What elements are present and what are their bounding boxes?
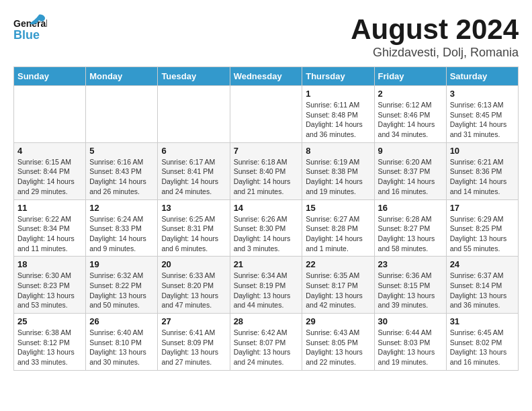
day-number: 27: [161, 316, 226, 326]
day-info: Sunrise: 6:30 AMSunset: 8:23 PMDaylight:…: [17, 271, 82, 310]
day-header-friday: Friday: [374, 67, 446, 86]
svg-text:Blue: Blue: [13, 28, 40, 42]
calendar-cell: 12Sunrise: 6:24 AMSunset: 8:33 PMDayligh…: [86, 199, 158, 257]
calendar-cell: 10Sunrise: 6:21 AMSunset: 8:36 PMDayligh…: [446, 142, 518, 199]
day-info: Sunrise: 6:18 AMSunset: 8:40 PMDaylight:…: [234, 157, 299, 197]
calendar-cell: [158, 86, 230, 143]
calendar-cell: [86, 86, 158, 143]
page-header: General Blue August 2024 Ghizdavesti, Do…: [13, 13, 519, 60]
day-number: 29: [306, 316, 370, 326]
day-info: Sunrise: 6:44 AMSunset: 8:03 PMDaylight:…: [378, 328, 443, 367]
day-info: Sunrise: 6:12 AMSunset: 8:46 PMDaylight:…: [378, 100, 443, 140]
day-number: 15: [306, 203, 370, 213]
month-title: August 2024: [351, 13, 519, 46]
day-info: Sunrise: 6:29 AMSunset: 8:25 PMDaylight:…: [450, 214, 515, 254]
calendar-cell: 29Sunrise: 6:43 AMSunset: 8:05 PMDayligh…: [302, 314, 374, 371]
calendar-cell: 28Sunrise: 6:42 AMSunset: 8:07 PMDayligh…: [230, 314, 302, 371]
day-info: Sunrise: 6:16 AMSunset: 8:43 PMDaylight:…: [89, 157, 154, 197]
calendar-cell: 22Sunrise: 6:35 AMSunset: 8:17 PMDayligh…: [302, 257, 374, 314]
day-info: Sunrise: 6:36 AMSunset: 8:15 PMDaylight:…: [378, 271, 443, 310]
day-number: 25: [17, 316, 82, 326]
calendar-cell: 2Sunrise: 6:12 AMSunset: 8:46 PMDaylight…: [374, 86, 446, 143]
day-info: Sunrise: 6:26 AMSunset: 8:30 PMDaylight:…: [234, 214, 299, 254]
calendar-cell: 25Sunrise: 6:38 AMSunset: 8:12 PMDayligh…: [14, 314, 86, 371]
day-number: 6: [161, 146, 226, 156]
day-info: Sunrise: 6:25 AMSunset: 8:31 PMDaylight:…: [161, 214, 226, 254]
day-number: 31: [450, 316, 515, 326]
day-number: 8: [306, 146, 370, 156]
day-number: 23: [378, 259, 443, 269]
calendar-cell: 17Sunrise: 6:29 AMSunset: 8:25 PMDayligh…: [446, 199, 518, 257]
calendar-cell: 13Sunrise: 6:25 AMSunset: 8:31 PMDayligh…: [158, 199, 230, 257]
day-header-monday: Monday: [86, 67, 158, 86]
day-header-tuesday: Tuesday: [158, 67, 230, 86]
day-info: Sunrise: 6:15 AMSunset: 8:44 PMDaylight:…: [17, 157, 82, 197]
day-number: 28: [234, 316, 299, 326]
day-info: Sunrise: 6:42 AMSunset: 8:07 PMDaylight:…: [234, 328, 299, 367]
day-info: Sunrise: 6:11 AMSunset: 8:48 PMDaylight:…: [306, 100, 370, 140]
day-number: 20: [161, 259, 226, 269]
day-number: 13: [161, 203, 226, 213]
day-info: Sunrise: 6:40 AMSunset: 8:10 PMDaylight:…: [89, 328, 154, 367]
day-number: 4: [17, 146, 82, 156]
day-number: 12: [89, 203, 154, 213]
day-number: 21: [234, 259, 299, 269]
calendar-cell: 7Sunrise: 6:18 AMSunset: 8:40 PMDaylight…: [230, 142, 302, 199]
calendar-cell: 20Sunrise: 6:33 AMSunset: 8:20 PMDayligh…: [158, 257, 230, 314]
day-number: 19: [89, 259, 154, 269]
day-info: Sunrise: 6:41 AMSunset: 8:09 PMDaylight:…: [161, 328, 226, 367]
calendar-cell: 30Sunrise: 6:44 AMSunset: 8:03 PMDayligh…: [374, 314, 446, 371]
day-info: Sunrise: 6:24 AMSunset: 8:33 PMDaylight:…: [89, 214, 154, 254]
day-info: Sunrise: 6:35 AMSunset: 8:17 PMDaylight:…: [306, 271, 370, 310]
calendar-cell: 3Sunrise: 6:13 AMSunset: 8:45 PMDaylight…: [446, 86, 518, 143]
day-header-wednesday: Wednesday: [230, 67, 302, 86]
title-block: August 2024 Ghizdavesti, Dolj, Romania: [351, 13, 519, 60]
calendar-cell: 1Sunrise: 6:11 AMSunset: 8:48 PMDaylight…: [302, 86, 374, 143]
calendar-cell: 15Sunrise: 6:27 AMSunset: 8:28 PMDayligh…: [302, 199, 374, 257]
calendar-cell: [14, 86, 86, 143]
day-number: 26: [89, 316, 154, 326]
day-info: Sunrise: 6:19 AMSunset: 8:38 PMDaylight:…: [306, 157, 370, 197]
day-header-saturday: Saturday: [446, 67, 518, 86]
calendar-cell: 6Sunrise: 6:17 AMSunset: 8:41 PMDaylight…: [158, 142, 230, 199]
day-header-sunday: Sunday: [14, 67, 86, 86]
day-info: Sunrise: 6:22 AMSunset: 8:34 PMDaylight:…: [17, 214, 82, 254]
day-info: Sunrise: 6:32 AMSunset: 8:22 PMDaylight:…: [89, 271, 154, 310]
day-info: Sunrise: 6:33 AMSunset: 8:20 PMDaylight:…: [161, 271, 226, 310]
day-number: 1: [306, 89, 370, 99]
day-number: 11: [17, 203, 82, 213]
day-info: Sunrise: 6:43 AMSunset: 8:05 PMDaylight:…: [306, 328, 370, 367]
location: Ghizdavesti, Dolj, Romania: [351, 46, 519, 60]
calendar-cell: [230, 86, 302, 143]
day-number: 2: [378, 89, 443, 99]
calendar-cell: 23Sunrise: 6:36 AMSunset: 8:15 PMDayligh…: [374, 257, 446, 314]
calendar-cell: 5Sunrise: 6:16 AMSunset: 8:43 PMDaylight…: [86, 142, 158, 199]
day-number: 10: [450, 146, 515, 156]
calendar-cell: 31Sunrise: 6:45 AMSunset: 8:02 PMDayligh…: [446, 314, 518, 371]
calendar-cell: 4Sunrise: 6:15 AMSunset: 8:44 PMDaylight…: [14, 142, 86, 199]
day-info: Sunrise: 6:13 AMSunset: 8:45 PMDaylight:…: [450, 100, 515, 140]
day-number: 5: [89, 146, 154, 156]
calendar-cell: 27Sunrise: 6:41 AMSunset: 8:09 PMDayligh…: [158, 314, 230, 371]
day-number: 7: [234, 146, 299, 156]
calendar-cell: 26Sunrise: 6:40 AMSunset: 8:10 PMDayligh…: [86, 314, 158, 371]
day-info: Sunrise: 6:38 AMSunset: 8:12 PMDaylight:…: [17, 328, 82, 367]
calendar-cell: 19Sunrise: 6:32 AMSunset: 8:22 PMDayligh…: [86, 257, 158, 314]
day-number: 9: [378, 146, 443, 156]
day-info: Sunrise: 6:37 AMSunset: 8:14 PMDaylight:…: [450, 271, 515, 310]
calendar-cell: 8Sunrise: 6:19 AMSunset: 8:38 PMDaylight…: [302, 142, 374, 199]
calendar-cell: 9Sunrise: 6:20 AMSunset: 8:37 PMDaylight…: [374, 142, 446, 199]
day-info: Sunrise: 6:21 AMSunset: 8:36 PMDaylight:…: [450, 157, 515, 197]
calendar-cell: 24Sunrise: 6:37 AMSunset: 8:14 PMDayligh…: [446, 257, 518, 314]
day-number: 3: [450, 89, 515, 99]
day-header-thursday: Thursday: [302, 67, 374, 86]
calendar-cell: 21Sunrise: 6:34 AMSunset: 8:19 PMDayligh…: [230, 257, 302, 314]
day-info: Sunrise: 6:45 AMSunset: 8:02 PMDaylight:…: [450, 328, 515, 367]
calendar-cell: 16Sunrise: 6:28 AMSunset: 8:27 PMDayligh…: [374, 199, 446, 257]
day-info: Sunrise: 6:28 AMSunset: 8:27 PMDaylight:…: [378, 214, 443, 254]
calendar-cell: 14Sunrise: 6:26 AMSunset: 8:30 PMDayligh…: [230, 199, 302, 257]
day-number: 17: [450, 203, 515, 213]
day-info: Sunrise: 6:17 AMSunset: 8:41 PMDaylight:…: [161, 157, 226, 197]
day-info: Sunrise: 6:27 AMSunset: 8:28 PMDaylight:…: [306, 214, 370, 254]
day-number: 30: [378, 316, 443, 326]
